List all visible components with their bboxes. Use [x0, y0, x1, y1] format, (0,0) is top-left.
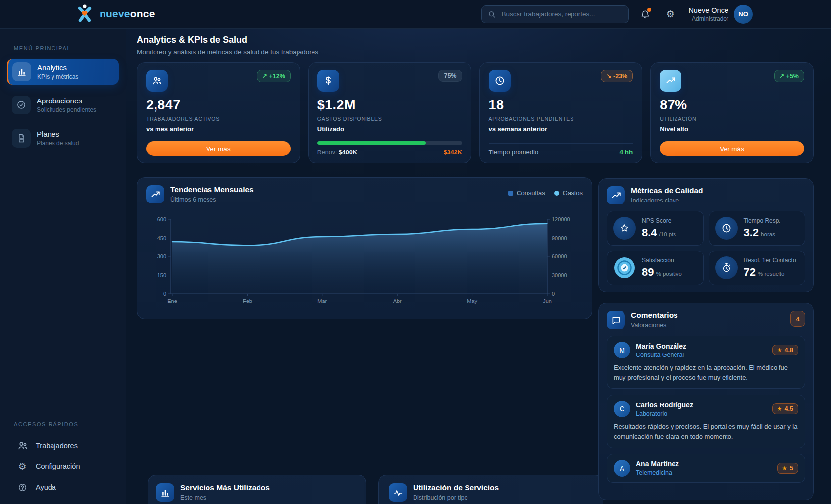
bar-title: Servicios Más Utilizados [180, 483, 270, 492]
quality-title: Métricas de Calidad [631, 186, 703, 195]
kpi-footer-value: 4 hh [619, 149, 633, 156]
comment-meta: Ana MartínezTelemedicina [636, 460, 679, 476]
legend-marker [554, 191, 559, 196]
star-icon: ★ [777, 347, 782, 353]
avatar: C [614, 401, 630, 417]
sidebar-item-sublabel: Solicitudes pendientes [37, 106, 96, 113]
quality-tile-body: Satisfacción89% positivo [642, 257, 682, 279]
page-head: Analytics & KPIs de Salud Monitoreo y an… [137, 35, 318, 56]
comment-specialty-link[interactable]: Consulta General [636, 352, 686, 358]
kpi-sublabel: vs semana anterior [489, 125, 633, 133]
rating-badge: ★4.5 [772, 403, 798, 414]
budget-progress-bar [317, 141, 462, 145]
comment-author: Ana Martínez [636, 460, 679, 468]
kpi-footer: Ver más [146, 136, 291, 156]
kpi-card-head: 75% [317, 70, 462, 92]
gear-icon: ⚙ [666, 9, 675, 19]
quality-tile-unit: % positivo [656, 271, 681, 277]
quality-tile-value-row: 72% resuelto [744, 266, 796, 279]
gear-icon: ⚙ [17, 462, 27, 471]
quality-tile-unit: horas [761, 231, 775, 237]
trends-legend: ConsultasGastos [508, 185, 583, 197]
kpi-row: ↗ +12%2,847TRABAJADORES ACTIVOSvs mes an… [137, 62, 814, 163]
star-icon [613, 217, 636, 240]
sidebar-menu: AnalyticsKPIs y métricasAprobacionesSoli… [0, 59, 126, 151]
comment-author: Carlos Rodríguez [636, 401, 693, 409]
comments-subtitle: Valoraciones [631, 322, 678, 329]
kpi-footer: Tiempo promedio4 hh [489, 143, 633, 156]
svg-text:150: 150 [157, 272, 166, 278]
renewal-caption: Renov: [317, 149, 339, 156]
sidebar-item-text: PlanesPlanes de salud [37, 130, 79, 147]
avatar: M [614, 342, 630, 358]
sidebar-section-label: MENÚ PRINCIPAL [14, 45, 126, 51]
sidebar: MENÚ PRINCIPAL AnalyticsKPIs y métricasA… [0, 28, 126, 504]
donut-card-header: Utilización de Servicios Distribución po… [389, 483, 593, 502]
trends-card-header: Tendencias Mensuales Últimos 6 meses Con… [146, 185, 583, 203]
kpi-card-gastos: 75%$1.2MGASTOS DISPONIBLESUtilizadoRenov… [308, 62, 471, 163]
kpi-card-trabajadores: ↗ +12%2,847TRABAJADORES ACTIVOSvs mes an… [137, 62, 300, 163]
trends-title: Tendencias Mensuales [170, 185, 254, 194]
svg-text:Jun: Jun [543, 298, 552, 304]
comment-item: AAna MartínezTelemedicina★5 [607, 454, 805, 483]
kpi-footer-label: Tiempo promedio [489, 149, 539, 156]
quality-tile-nps-score: NPS Score8.4/10 pts [607, 211, 704, 246]
comment-item: MMaría GonzálezConsulta General★4.8Excel… [607, 336, 805, 389]
svg-text:Mar: Mar [317, 298, 327, 304]
clock-icon [715, 217, 738, 240]
bar-subtitle: Este mes [180, 494, 270, 501]
quality-tile-value-row: 89% positivo [642, 266, 682, 279]
quick-item-label: Ayuda [36, 483, 56, 491]
ver-mas-button[interactable]: Ver más [146, 141, 291, 156]
quality-subtitle: Indicadores clave [631, 197, 703, 204]
search-input[interactable] [500, 10, 623, 18]
svg-text:0: 0 [163, 291, 166, 297]
quality-tile-value: 72 [744, 266, 756, 278]
comment-header: MMaría GonzálezConsulta General★4.8 [614, 342, 798, 358]
quality-tile-value: 89 [642, 266, 654, 278]
svg-text:Abr: Abr [393, 298, 402, 304]
avatar[interactable]: NO [734, 5, 753, 24]
quick-item-trabajadores[interactable]: Trabajadores [0, 435, 126, 456]
comment-specialty-link[interactable]: Telemedicina [636, 469, 679, 476]
quick-item-ayuda[interactable]: Ayuda [0, 477, 126, 498]
quick-links: Trabajadores⚙ConfiguraciónAyuda [0, 435, 126, 498]
sidebar-item-aprobaciones[interactable]: AprobacionesSolicitudes pendientes [7, 92, 119, 118]
user-menu[interactable]: Nueve Once Administrador NO [688, 5, 753, 24]
kpi-card-head: ↗ +12% [146, 70, 291, 92]
legend-item-consultas: Consultas [508, 189, 545, 197]
user-name: Nueve Once [688, 6, 728, 14]
kpi-card-utilizacion: ↗ +5%87%UTILIZACIÓNNivel altoVer más [650, 62, 814, 163]
rating-value: 4.5 [785, 405, 793, 412]
trending-up-icon [607, 186, 625, 204]
kpi-label: APROBACIONES PENDIENTES [489, 116, 633, 122]
sidebar-item-label: Planes [37, 130, 79, 138]
quick-item-configuracion[interactable]: ⚙Configuración [0, 456, 126, 477]
dollar-icon [317, 70, 339, 92]
app-root: nueveonce ⚙ Nueve Once Administrador NO [0, 0, 831, 504]
svg-text:300: 300 [157, 253, 166, 259]
sidebar-item-analytics[interactable]: AnalyticsKPIs y métricas [7, 59, 119, 85]
sidebar-item-label: Analytics [37, 63, 78, 72]
comment-item: CCarlos RodríguezLaboratorio★4.5Resultad… [607, 395, 805, 448]
comment-specialty-link[interactable]: Laboratorio [636, 410, 693, 417]
legend-label: Gastos [563, 189, 583, 197]
comment-author: María González [636, 342, 686, 350]
comments-list: MMaría GonzálezConsulta General★4.8Excel… [607, 336, 805, 483]
notifications-button[interactable] [637, 6, 654, 23]
quality-tile-label: Resol. 1er Contacto [744, 257, 796, 264]
quality-tile-value: 3.2 [744, 226, 759, 239]
ver-mas-button[interactable]: Ver más [660, 141, 804, 156]
svg-text:30000: 30000 [552, 272, 567, 278]
trend-icon [660, 70, 681, 92]
quality-tile-unit: % resuelto [758, 271, 784, 277]
sidebar-item-text: AprobacionesSolicitudes pendientes [37, 97, 96, 113]
quality-tile-label: NPS Score [642, 217, 676, 224]
settings-button[interactable]: ⚙ [662, 6, 678, 23]
sidebar-item-planes[interactable]: PlanesPlanes de salud [7, 125, 119, 151]
help-icon [17, 483, 27, 492]
svg-text:600: 600 [157, 216, 166, 222]
comment-meta: Carlos RodríguezLaboratorio [636, 401, 693, 417]
comment-text: Resultados rápidos y precisos. El portal… [614, 422, 798, 442]
svg-text:Feb: Feb [243, 298, 252, 304]
